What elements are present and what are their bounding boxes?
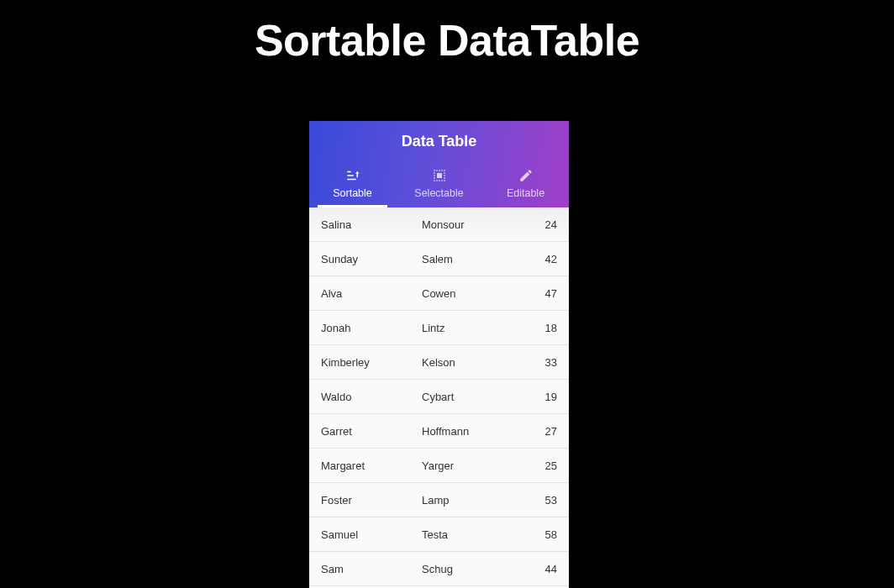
table-row[interactable]: GarretHoffmann27 xyxy=(309,414,569,449)
cell-age: 19 xyxy=(532,391,557,403)
select-icon xyxy=(396,167,482,184)
cell-last-name: Monsour xyxy=(422,218,532,231)
cell-first-name: Samuel xyxy=(321,528,422,541)
cell-age: 18 xyxy=(532,322,557,334)
table-row[interactable]: KimberleyKelson33 xyxy=(309,345,569,380)
table-row[interactable]: FosterLamp53 xyxy=(309,483,569,517)
table-row[interactable]: WaldoCybart19 xyxy=(309,380,569,414)
phone-frame: Data Table Sortable Selectable Editable xyxy=(309,121,569,588)
cell-age: 33 xyxy=(532,356,557,369)
tab-editable[interactable]: Editable xyxy=(482,162,569,207)
cell-first-name: Margaret xyxy=(321,459,422,472)
edit-icon xyxy=(482,167,569,184)
cell-last-name: Hoffmann xyxy=(422,425,532,438)
cell-last-name: Lintz xyxy=(422,322,532,334)
cell-first-name: Sunday xyxy=(321,253,422,265)
table-row[interactable]: JonahLintz18 xyxy=(309,311,569,345)
tab-label: Editable xyxy=(482,187,569,199)
table-row[interactable]: SalinaMonsour24 xyxy=(309,207,569,242)
app-bar: Data Table Sortable Selectable Editable xyxy=(309,121,569,207)
tab-bar: Sortable Selectable Editable xyxy=(309,162,569,207)
tab-sortable[interactable]: Sortable xyxy=(309,162,396,207)
cell-age: 27 xyxy=(532,425,557,438)
cell-age: 44 xyxy=(532,563,557,575)
cell-first-name: Kimberley xyxy=(321,356,422,369)
cell-age: 24 xyxy=(532,218,557,231)
page-title: Sortable DataTable xyxy=(0,0,894,66)
cell-age: 47 xyxy=(532,287,557,300)
app-bar-title: Data Table xyxy=(309,133,569,162)
table-row[interactable]: MargaretYarger25 xyxy=(309,449,569,483)
cell-last-name: Kelson xyxy=(422,356,532,369)
tab-label: Sortable xyxy=(309,187,396,199)
table-row[interactable]: SamSchug44 xyxy=(309,552,569,586)
table-row[interactable]: SamuelTesta58 xyxy=(309,517,569,552)
table-row[interactable]: SundaySalem42 xyxy=(309,242,569,276)
cell-last-name: Schug xyxy=(422,563,532,575)
cell-first-name: Foster xyxy=(321,494,422,507)
cell-first-name: Sam xyxy=(321,563,422,575)
tab-selectable[interactable]: Selectable xyxy=(396,162,482,207)
cell-first-name: Waldo xyxy=(321,391,422,403)
cell-last-name: Yarger xyxy=(422,459,532,472)
cell-last-name: Lamp xyxy=(422,494,532,507)
sort-az-icon xyxy=(309,167,396,184)
cell-age: 42 xyxy=(532,253,557,265)
cell-last-name: Salem xyxy=(422,253,532,265)
cell-first-name: Garret xyxy=(321,425,422,438)
cell-age: 25 xyxy=(532,459,557,472)
table-row[interactable]: AlvaCowen47 xyxy=(309,276,569,311)
cell-last-name: Cybart xyxy=(422,391,532,403)
cell-age: 53 xyxy=(532,494,557,507)
cell-first-name: Alva xyxy=(321,287,422,300)
cell-last-name: Cowen xyxy=(422,287,532,300)
tab-label: Selectable xyxy=(396,187,482,199)
cell-last-name: Testa xyxy=(422,528,532,541)
cell-age: 58 xyxy=(532,528,557,541)
cell-first-name: Salina xyxy=(321,218,422,231)
data-table: SalinaMonsour24SundaySalem42AlvaCowen47J… xyxy=(309,207,569,586)
cell-first-name: Jonah xyxy=(321,322,422,334)
